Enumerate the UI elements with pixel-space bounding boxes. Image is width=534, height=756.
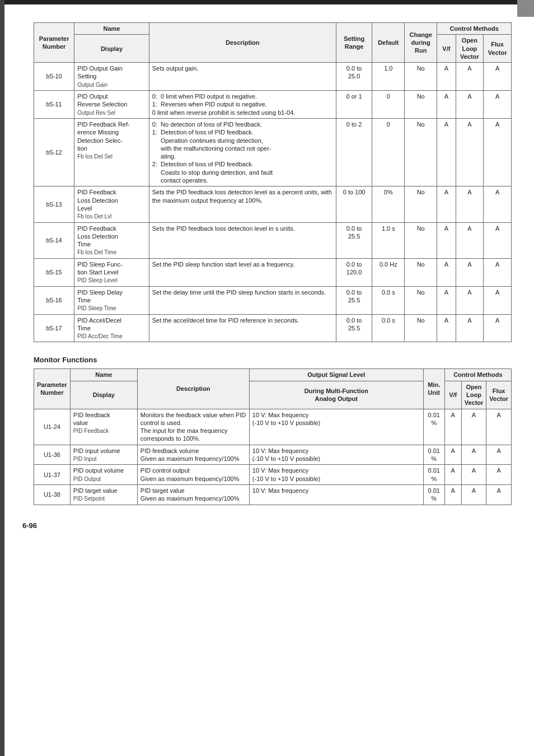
param-description: Set the delay time until the PID sleep f… xyxy=(149,286,336,314)
monitor-param-signal: 10 V: Max frequency(-10 V to +10 V possi… xyxy=(249,409,423,445)
monitor-param-signal: 10 V: Max frequency xyxy=(249,484,423,505)
header-param-number: ParameterNumber xyxy=(34,23,74,63)
param-change: No xyxy=(405,286,437,314)
header-open-loop: OpenLoopVector xyxy=(456,35,484,63)
param-range: 0 to 2 xyxy=(336,118,372,186)
monitor-param-name: PID target value PID Setpoint xyxy=(70,484,137,505)
param-number: b5-11 xyxy=(34,91,74,119)
monitor-param-description: PID control output Given as maximum freq… xyxy=(137,465,249,485)
param-vf: A xyxy=(437,314,456,342)
monitor-param-vf: A xyxy=(444,409,461,445)
monitor-param-flux: A xyxy=(486,445,512,465)
param-default: 0 xyxy=(372,91,405,119)
param-display: PID Acc/Dec Time xyxy=(77,333,123,339)
header-flux-vector: FluxVector xyxy=(484,35,512,63)
monitor-param-vf: A xyxy=(444,465,461,485)
header-name: Name xyxy=(74,23,149,35)
param-open: A xyxy=(456,286,484,314)
monitor-param-number: U1-37 xyxy=(34,465,71,485)
param-display: Fb los Det Time xyxy=(77,249,116,255)
param-default: 0% xyxy=(372,186,405,222)
param-flux: A xyxy=(484,258,512,286)
monitor-header-name: Name xyxy=(70,369,137,381)
monitor-param-display: PID Setpoint xyxy=(73,496,105,502)
monitor-param-signal: 10 V: Max frequency(-10 V to +10 V possi… xyxy=(249,445,423,465)
table-row: b5-17 PID Accel/DecelTime PID Acc/Dec Ti… xyxy=(34,314,512,342)
param-display: Fb los Det Lvl xyxy=(77,213,111,220)
param-change: No xyxy=(405,63,437,91)
param-flux: A xyxy=(484,118,512,186)
param-range: 0.0 to25.5 xyxy=(336,286,372,314)
param-vf: A xyxy=(437,186,456,222)
param-description: Set the PID sleep function start level a… xyxy=(149,258,336,286)
param-number: b5-17 xyxy=(34,314,74,342)
param-vf: A xyxy=(437,91,456,119)
monitor-param-description: Monitors the feedback value when PID con… xyxy=(137,409,249,445)
page-number: 6-96 xyxy=(22,521,37,530)
table-row: b5-13 PID FeedbackLoss DetectionLevel Fb… xyxy=(34,186,512,222)
monitor-param-name: PID input volume PID Input xyxy=(70,445,137,465)
param-description: Sets output gain. xyxy=(149,63,336,91)
header-control-methods: Control Methods xyxy=(437,23,512,35)
param-number: b5-12 xyxy=(34,118,74,186)
parameter-table: ParameterNumber Name Description Setting… xyxy=(34,22,512,342)
param-name: PID Sleep Func-tion Start Level PID Slee… xyxy=(74,258,149,286)
header-default: Default xyxy=(372,23,405,63)
param-description: 0: 0 limit when PID output is negative. … xyxy=(149,91,336,119)
header-display: Display xyxy=(74,35,149,63)
monitor-param-open: A xyxy=(461,484,486,505)
monitor-header-display: Display xyxy=(70,381,137,409)
monitor-param-signal: 10 V: Max frequency(-10 V to +10 V possi… xyxy=(249,465,423,485)
monitor-table: ParameterNumber Name Description Output … xyxy=(34,368,512,505)
monitor-row: U1-36 PID input volume PID Input PID fee… xyxy=(34,445,512,465)
param-flux: A xyxy=(484,222,512,258)
param-flux: A xyxy=(484,186,512,222)
monitor-param-name: PID output volume PID Output xyxy=(70,465,137,485)
monitor-header-output-signal: Output Signal Level xyxy=(249,369,423,381)
param-open: A xyxy=(456,314,484,342)
monitor-row: U1-24 PID feedbackvalue PID Feedback Mon… xyxy=(34,409,512,445)
monitor-param-unit: 0.01% xyxy=(423,445,444,465)
param-name: PID FeedbackLoss DetectionTime Fb los De… xyxy=(74,222,149,258)
param-open: A xyxy=(456,222,484,258)
param-range: 0 or 1 xyxy=(336,91,372,119)
monitor-header-desc: Description xyxy=(137,369,249,409)
param-range: 0.0 to25.5 xyxy=(336,222,372,258)
monitor-header-control-methods: Control Methods xyxy=(444,369,511,381)
header-change: ChangeduringRun xyxy=(405,23,437,63)
param-change: No xyxy=(405,222,437,258)
monitor-param-open: A xyxy=(461,465,486,485)
param-name: PID Sleep DelayTime PID Sleep Time xyxy=(74,286,149,314)
table-row: b5-15 PID Sleep Func-tion Start Level PI… xyxy=(34,258,512,286)
param-vf: A xyxy=(437,258,456,286)
param-number: b5-14 xyxy=(34,222,74,258)
monitor-param-description: PID target value Given as maximum freque… xyxy=(137,484,249,505)
monitor-param-display: PID Feedback xyxy=(73,428,109,434)
param-flux: A xyxy=(484,286,512,314)
monitor-header-vf: V/f xyxy=(444,381,461,409)
param-flux: A xyxy=(484,314,512,342)
param-flux: A xyxy=(484,63,512,91)
param-number: b5-13 xyxy=(34,186,74,222)
param-change: No xyxy=(405,118,437,186)
monitor-header-param: ParameterNumber xyxy=(34,369,71,409)
monitor-param-flux: A xyxy=(486,465,512,485)
monitor-param-display: PID Input xyxy=(73,456,97,462)
param-vf: A xyxy=(437,63,456,91)
param-flux: A xyxy=(484,91,512,119)
header-setting-range: SettingRange xyxy=(336,23,372,63)
table-row: b5-11 PID OutputReverse Selection Output… xyxy=(34,91,512,119)
param-display: Fb los Det Sel xyxy=(77,153,113,160)
monitor-param-flux: A xyxy=(486,409,512,445)
monitor-param-vf: A xyxy=(444,484,461,505)
param-name: PID FeedbackLoss DetectionLevel Fb los D… xyxy=(74,186,149,222)
monitor-param-open: A xyxy=(461,445,486,465)
param-change: No xyxy=(405,91,437,119)
param-description: 0: No detection of loss of PID feedback.… xyxy=(149,118,336,186)
param-name: PID Accel/DecelTime PID Acc/Dec Time xyxy=(74,314,149,342)
param-description: Sets the PID feedback loss detection lev… xyxy=(149,222,336,258)
param-vf: A xyxy=(437,118,456,186)
param-range: 0.0 to25.5 xyxy=(336,314,372,342)
monitor-param-name: PID feedbackvalue PID Feedback xyxy=(70,409,137,445)
param-number: b5-10 xyxy=(34,63,74,91)
